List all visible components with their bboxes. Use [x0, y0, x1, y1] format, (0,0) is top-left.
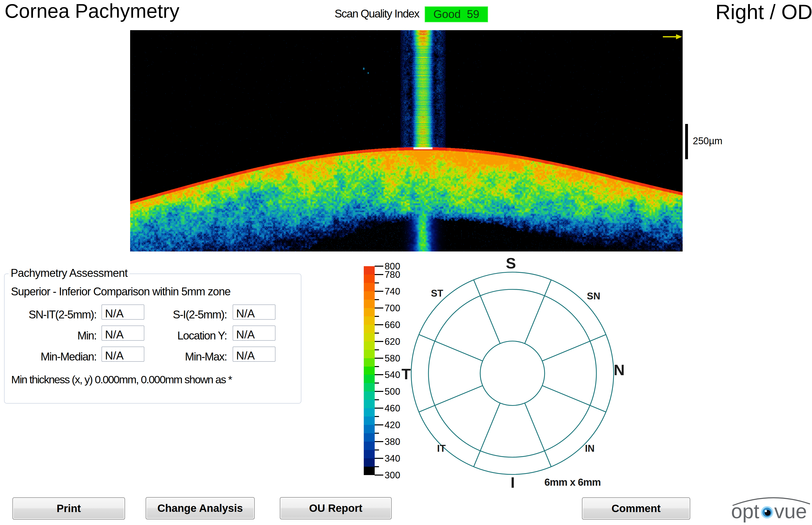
svg-text:vue: vue — [774, 500, 807, 523]
svg-text:opt: opt — [731, 500, 759, 523]
